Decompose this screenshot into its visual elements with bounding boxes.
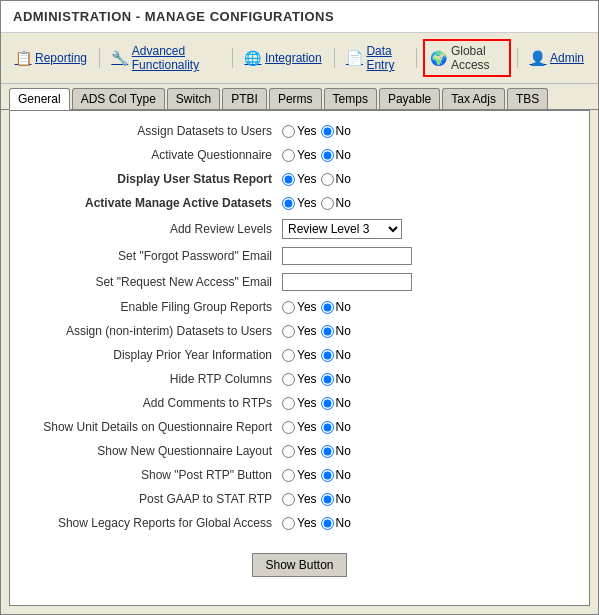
select-review-levels[interactable]: Review Level 1 Review Level 2 Review Lev…: [282, 219, 402, 239]
nav-item-admin[interactable]: 👤 Admin: [524, 47, 590, 69]
radio-non-interim-yes[interactable]: [282, 325, 295, 338]
tab-payable[interactable]: Payable: [379, 88, 440, 109]
nav-item-advanced[interactable]: 🔧 Advanced Functionality: [106, 41, 226, 75]
radio-legacy-yes[interactable]: [282, 517, 295, 530]
nav-label-global-access: Global Access: [451, 44, 503, 72]
radio-gaap-no-label[interactable]: No: [321, 492, 351, 506]
radio-display-user-status: Yes No: [282, 172, 351, 186]
radio-hide-rtp-yes[interactable]: [282, 373, 295, 386]
tab-temps[interactable]: Temps: [324, 88, 377, 109]
input-request-access[interactable]: [282, 273, 412, 291]
radio-assign-no[interactable]: [321, 125, 334, 138]
radio-manage-yes-label[interactable]: Yes: [282, 196, 317, 210]
radio-unit-no[interactable]: [321, 421, 334, 434]
tab-general[interactable]: General: [9, 88, 70, 110]
radio-comments-yes[interactable]: [282, 397, 295, 410]
label-show-new-questionnaire: Show New Questionnaire Layout: [22, 444, 282, 458]
radio-questionnaire-no-label[interactable]: No: [321, 148, 351, 162]
nav-item-data-entry[interactable]: 📄 Data Entry: [340, 41, 410, 75]
radio-status-no[interactable]: [321, 173, 334, 186]
radio-hide-rtp: Yes No: [282, 372, 351, 386]
radio-non-interim-yes-label[interactable]: Yes: [282, 324, 317, 338]
tab-tax-adjs[interactable]: Tax Adjs: [442, 88, 505, 109]
global-access-icon: 🌍: [431, 50, 447, 66]
control-forgot-password: [282, 247, 577, 265]
radio-comments-no[interactable]: [321, 397, 334, 410]
radio-comments-no-label[interactable]: No: [321, 396, 351, 410]
radio-assign-yes-label[interactable]: Yes: [282, 124, 317, 138]
show-button[interactable]: Show Button: [252, 553, 346, 577]
nav-label-advanced: Advanced Functionality: [132, 44, 220, 72]
radio-new-quest-yes[interactable]: [282, 445, 295, 458]
radio-status-yes-label[interactable]: Yes: [282, 172, 317, 186]
tab-perms[interactable]: Perms: [269, 88, 322, 109]
title-bar: ADMINISTRATION - MANAGE CONFIGURATIONS: [1, 1, 598, 33]
page-title: ADMINISTRATION - MANAGE CONFIGURATIONS: [13, 9, 334, 24]
nav-separator-4: [416, 48, 417, 68]
row-display-user-status: Display User Status Report Yes No: [22, 167, 577, 191]
radio-hide-rtp-no-label[interactable]: No: [321, 372, 351, 386]
label-show-unit-details: Show Unit Details on Questionnaire Repor…: [22, 420, 282, 434]
radio-gaap-yes[interactable]: [282, 493, 295, 506]
tab-tbs[interactable]: TBS: [507, 88, 548, 109]
radio-filing-no-label[interactable]: No: [321, 300, 351, 314]
label-assign-datasets: Assign Datasets to Users: [22, 124, 282, 138]
radio-post-rtp-no[interactable]: [321, 469, 334, 482]
radio-new-quest-no-label[interactable]: No: [321, 444, 351, 458]
radio-filing-yes[interactable]: [282, 301, 295, 314]
radio-questionnaire-no[interactable]: [321, 149, 334, 162]
radio-prior-year-yes-label[interactable]: Yes: [282, 348, 317, 362]
radio-assign-yes[interactable]: [282, 125, 295, 138]
radio-gaap-yes-label[interactable]: Yes: [282, 492, 317, 506]
tab-switch[interactable]: Switch: [167, 88, 220, 109]
radio-unit-no-label[interactable]: No: [321, 420, 351, 434]
radio-hide-rtp-no[interactable]: [321, 373, 334, 386]
radio-legacy-no-label[interactable]: No: [321, 516, 351, 530]
radio-status-yes[interactable]: [282, 173, 295, 186]
radio-comments-yes-label[interactable]: Yes: [282, 396, 317, 410]
nav-item-reporting[interactable]: 📋 Reporting: [9, 47, 93, 69]
radio-gaap-no[interactable]: [321, 493, 334, 506]
radio-legacy-no[interactable]: [321, 517, 334, 530]
input-forgot-password[interactable]: [282, 247, 412, 265]
radio-legacy-yes-label[interactable]: Yes: [282, 516, 317, 530]
radio-post-rtp-no-label[interactable]: No: [321, 468, 351, 482]
radio-prior-year-no[interactable]: [321, 349, 334, 362]
control-show-new-questionnaire: Yes No: [282, 444, 577, 458]
radio-post-rtp-yes-label[interactable]: Yes: [282, 468, 317, 482]
row-post-gaap: Post GAAP to STAT RTP Yes No: [22, 487, 577, 511]
radio-show-legacy: Yes No: [282, 516, 351, 530]
tab-ads-col-type[interactable]: ADS Col Type: [72, 88, 165, 109]
radio-assign-no-label[interactable]: No: [321, 124, 351, 138]
radio-status-no-label[interactable]: No: [321, 172, 351, 186]
radio-unit-yes[interactable]: [282, 421, 295, 434]
radio-new-quest-yes-label[interactable]: Yes: [282, 444, 317, 458]
nav-item-global-access[interactable]: 🌍 Global Access: [423, 39, 511, 77]
radio-questionnaire-yes[interactable]: [282, 149, 295, 162]
radio-new-quest-no[interactable]: [321, 445, 334, 458]
nav-item-integration[interactable]: 🌐 Integration: [239, 47, 328, 69]
radio-post-rtp-yes[interactable]: [282, 469, 295, 482]
radio-filing-no[interactable]: [321, 301, 334, 314]
row-show-legacy: Show Legacy Reports for Global Access Ye…: [22, 511, 577, 535]
label-activate-questionnaire: Activate Questionnaire: [22, 148, 282, 162]
form-content: Assign Datasets to Users Yes No Activate…: [9, 110, 590, 606]
admin-icon: 👤: [530, 50, 546, 66]
tab-ptbi[interactable]: PTBI: [222, 88, 267, 109]
label-hide-rtp: Hide RTP Columns: [22, 372, 282, 386]
radio-manage-yes[interactable]: [282, 197, 295, 210]
nav-separator-3: [334, 48, 335, 68]
row-forgot-password: Set "Forgot Password" Email: [22, 243, 577, 269]
radio-prior-year-no-label[interactable]: No: [321, 348, 351, 362]
radio-questionnaire-yes-label[interactable]: Yes: [282, 148, 317, 162]
radio-filing-yes-label[interactable]: Yes: [282, 300, 317, 314]
control-display-prior-year: Yes No: [282, 348, 577, 362]
radio-non-interim-no-label[interactable]: No: [321, 324, 351, 338]
radio-unit-yes-label[interactable]: Yes: [282, 420, 317, 434]
radio-manage-no[interactable]: [321, 197, 334, 210]
radio-manage-no-label[interactable]: No: [321, 196, 351, 210]
radio-hide-rtp-yes-label[interactable]: Yes: [282, 372, 317, 386]
nav-label-admin: Admin: [550, 51, 584, 65]
radio-non-interim-no[interactable]: [321, 325, 334, 338]
radio-prior-year-yes[interactable]: [282, 349, 295, 362]
